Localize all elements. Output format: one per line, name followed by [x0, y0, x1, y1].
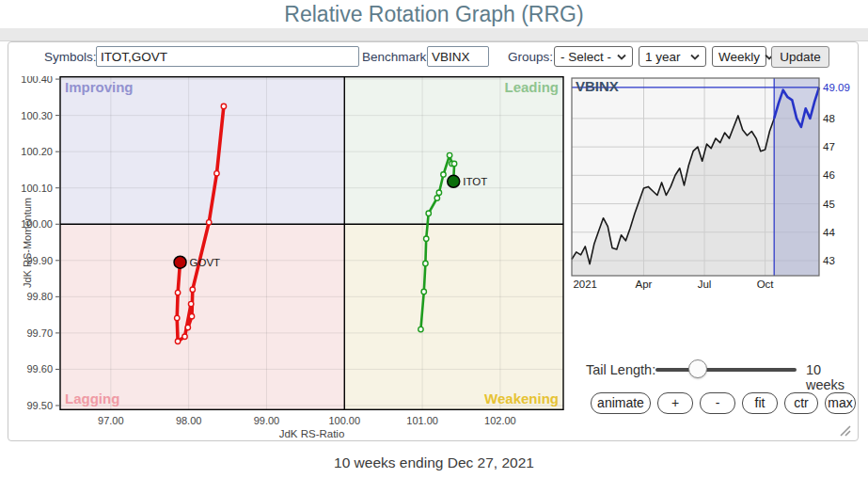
y-tick-label: 99.80 — [26, 291, 53, 302]
trail-marker — [447, 152, 451, 157]
rrg-panel: Symbols: Benchmark: Groups: - Select - 1… — [8, 41, 859, 441]
page: Relative Rotation Graph (RRG) Symbols: B… — [0, 0, 868, 478]
mini-y-tick-label: 47 — [823, 141, 835, 152]
mini-y-tick-label: 45 — [823, 199, 835, 210]
page-title: Relative Rotation Graph (RRG) — [0, 0, 868, 28]
trail-marker — [188, 301, 193, 306]
animate-button[interactable]: animate — [591, 392, 651, 414]
footer-caption: 10 weeks ending Dec 27, 2021 — [0, 454, 868, 471]
trail-marker — [434, 196, 439, 200]
trail-marker — [175, 315, 180, 320]
trail-marker — [221, 104, 226, 108]
symbols-label: Symbols: — [44, 50, 97, 64]
trail-marker — [189, 313, 194, 318]
mini-y-tick-label: 46 — [823, 169, 835, 181]
chart-buttons-row: animate + - fit ctr max — [591, 392, 856, 414]
y-tick-label: 100.30 — [21, 110, 53, 121]
y-tick-label: 100.00 — [21, 218, 53, 230]
trail-marker — [426, 211, 431, 215]
y-tick-label: 100.10 — [21, 183, 53, 194]
trail-marker — [206, 220, 211, 225]
trail-marker — [421, 289, 426, 294]
mini-x-tick-label: Oct — [757, 279, 775, 290]
tail-length-slider-thumb[interactable] — [688, 359, 707, 378]
mini-y-tick-label: 44 — [823, 227, 835, 238]
trail-marker — [185, 325, 190, 329]
zoom-in-button[interactable]: + — [657, 392, 693, 414]
rrg-x-axis-title: JdK RS-Ratio — [279, 428, 345, 439]
govt-head-label: GOVT — [190, 257, 221, 268]
chevron-down-icon — [690, 54, 700, 60]
y-tick-label: 99.50 — [26, 400, 53, 411]
govt-head — [174, 256, 186, 268]
frequency-select-value: Weekly — [718, 50, 760, 64]
header-strip — [0, 28, 868, 41]
x-tick-label: 97.00 — [98, 415, 124, 426]
mini-x-tick-label: Jul — [698, 279, 712, 290]
y-tick-label: 99.70 — [26, 327, 53, 339]
resize-handle[interactable] — [837, 422, 852, 438]
center-button[interactable]: ctr — [784, 392, 818, 414]
quadrant-label-lagging: Lagging — [65, 390, 119, 406]
fit-button[interactable]: fit — [742, 392, 778, 414]
x-tick-label: 101.00 — [406, 415, 438, 426]
chevron-down-icon — [617, 54, 626, 60]
benchmark-mini-chart: 43444546474849.092021AprJulOctVBINX — [568, 76, 852, 291]
x-tick-label: 99.00 — [254, 415, 280, 426]
itot-head — [448, 175, 460, 187]
x-tick-label: 100.00 — [328, 415, 360, 426]
trail-marker — [175, 339, 180, 343]
period-select[interactable]: 1 year — [639, 46, 706, 67]
quadrant-leading — [344, 76, 563, 224]
trail-marker — [451, 161, 456, 166]
trail-marker — [423, 261, 428, 265]
trail-marker — [175, 290, 180, 295]
groups-select[interactable]: - Select - — [554, 46, 633, 67]
mini-chart-title: VBINX — [576, 78, 619, 94]
y-tick-label: 100.20 — [21, 146, 53, 157]
y-tick-label: 99.60 — [26, 363, 53, 374]
trail-marker — [190, 287, 195, 292]
mini-x-tick-label: Apr — [636, 279, 653, 290]
y-tick-label: 99.90 — [26, 255, 53, 266]
y-tick-label: 100.40 — [21, 76, 53, 85]
rrg-chart: ImprovingLeadingLaggingWeakening97.0098.… — [8, 76, 573, 441]
mini-y-tick-label: 43 — [823, 255, 835, 266]
x-tick-label: 98.00 — [176, 415, 202, 426]
tail-length-label: Tail Length: — [586, 362, 655, 377]
groups-select-value: - Select - — [560, 50, 611, 64]
symbols-input[interactable] — [96, 46, 359, 67]
period-select-value: 1 year — [645, 50, 681, 64]
tail-length-value: 10 weeks — [806, 362, 858, 392]
quadrant-weakening — [344, 224, 563, 410]
max-button[interactable]: max — [825, 392, 856, 414]
zoom-out-button[interactable]: - — [700, 392, 735, 414]
trail-marker — [214, 171, 219, 176]
trail-marker — [182, 334, 187, 339]
quadrant-improving — [60, 76, 344, 224]
trail-marker — [418, 327, 423, 331]
quadrant-label-weakening: Weakening — [484, 390, 559, 406]
mini-x-tick-label: 2021 — [573, 279, 597, 290]
x-tick-label: 102.00 — [484, 415, 516, 426]
trail-marker — [441, 172, 446, 177]
groups-label: Groups: — [508, 50, 553, 64]
benchmark-input[interactable] — [427, 46, 489, 67]
benchmark-label: Benchmark: — [362, 50, 430, 64]
quadrant-label-leading: Leading — [504, 79, 559, 95]
trail-marker — [436, 190, 441, 195]
quadrant-label-improving: Improving — [65, 79, 134, 95]
mini-y-tick-label: 48 — [823, 113, 835, 124]
trail-marker — [424, 236, 429, 241]
frequency-select[interactable]: Weekly — [712, 46, 766, 67]
update-button[interactable]: Update — [771, 46, 829, 68]
itot-head-label: ITOT — [463, 176, 487, 187]
last-price-label: 49.09 — [823, 82, 850, 93]
tail-length-slider[interactable] — [655, 368, 797, 372]
